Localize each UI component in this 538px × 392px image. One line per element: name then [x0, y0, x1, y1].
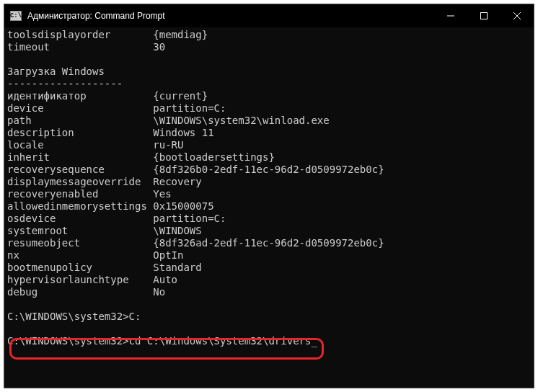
terminal-line: resumeobject {8df326ad-2edf-11ec-96d2-d0…	[7, 237, 531, 249]
terminal-line	[7, 298, 531, 311]
current-prompt-line: C:\WINDOWS\system32>cd C:\Windows\System…	[7, 335, 531, 347]
terminal-line: displaymessageoverride Recovery	[7, 176, 531, 188]
close-button[interactable]	[500, 4, 534, 27]
window-controls	[434, 4, 534, 27]
minimize-button[interactable]	[434, 4, 467, 27]
terminal-line: nx OptIn	[7, 249, 531, 262]
window-titlebar[interactable]: C:\ Администратор: Command Prompt	[4, 4, 534, 27]
terminal-content[interactable]: toolsdisplayorder {memdiag}timeout 30 За…	[4, 27, 534, 388]
current-command[interactable]: cd C:\Windows\System32\drivers	[129, 335, 312, 347]
terminal-line	[7, 323, 531, 335]
terminal-line: allowedinmemorysettings 0x15000075	[7, 200, 531, 213]
window-title: Администратор: Command Prompt	[27, 11, 434, 21]
terminal-line: locale ru-RU	[7, 139, 531, 151]
terminal-line: systemroot \WINDOWS	[7, 225, 531, 237]
prompt-text: C:\WINDOWS\system32>	[7, 335, 129, 347]
command-prompt-window: C:\ Администратор: Command Prompt toolsd…	[4, 4, 534, 388]
terminal-line	[7, 53, 531, 66]
terminal-line: debug No	[7, 286, 531, 298]
svg-rect-1	[481, 13, 488, 19]
terminal-line: bootmenupolicy Standard	[7, 262, 531, 274]
terminal-line: recoveryenabled Yes	[7, 188, 531, 200]
terminal-line: recoverysequence {8df326b0-2edf-11ec-96d…	[7, 164, 531, 176]
terminal-line: path \WINDOWS\system32\winload.exe	[7, 115, 531, 127]
cursor-icon: _	[311, 335, 317, 347]
terminal-line: toolsdisplayorder {memdiag}	[7, 29, 531, 41]
maximize-button[interactable]	[467, 4, 500, 27]
cmd-icon: C:\	[10, 11, 22, 21]
terminal-line: Загрузка Windows	[7, 66, 531, 78]
terminal-line: description Windows 11	[7, 127, 531, 139]
terminal-line: timeout 30	[7, 41, 531, 53]
terminal-line: идентификатор {current}	[7, 90, 531, 102]
terminal-line: -------------------	[7, 78, 531, 90]
terminal-line: hypervisorlaunchtype Auto	[7, 274, 531, 286]
terminal-line: device partition=C:	[7, 102, 531, 115]
terminal-line: C:\WINDOWS\system32>C:	[7, 311, 531, 323]
terminal-line: osdevice partition=C:	[7, 213, 531, 225]
terminal-line: inherit {bootloadersettings}	[7, 151, 531, 164]
